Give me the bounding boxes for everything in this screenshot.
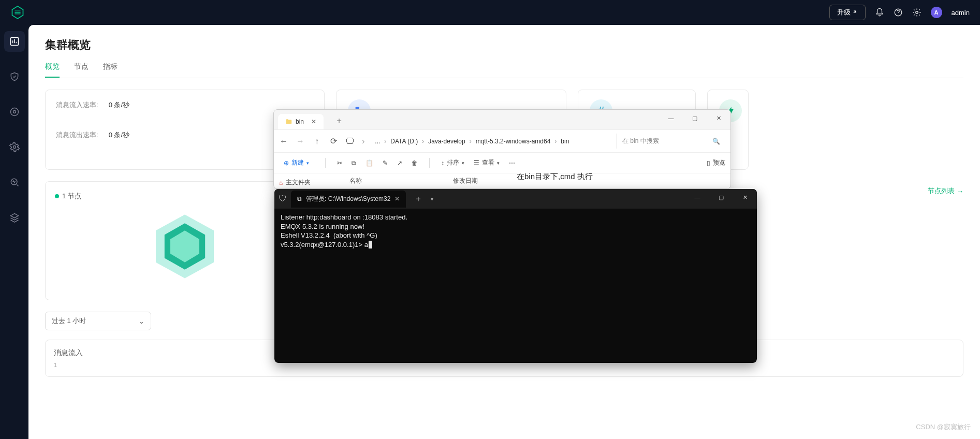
rate-out-value: 0 条/秒 [109,130,129,140]
terminal-maximize-button[interactable]: ▢ [709,189,733,206]
view-button[interactable]: ☰查看▾ [474,158,500,167]
tabs: 概览 节点 指标 [45,62,963,78]
sidebar-item-diagnose[interactable] [4,172,25,193]
svg-point-7 [10,108,18,116]
terminal-output[interactable]: Listener http:dashboard on :18083 starte… [274,209,757,253]
gear-icon[interactable] [912,8,922,17]
stack-icon [9,212,20,223]
search-pulse-icon [9,177,20,187]
paste-button[interactable]: 📋 [365,159,373,167]
paste-icon: 📋 [365,159,373,167]
svg-point-9 [13,146,16,149]
view-node-list-link[interactable]: 节点列表 → [928,186,963,196]
preview-button[interactable]: ▯预览 [707,158,725,167]
rename-button[interactable]: ✎ [383,159,388,167]
user-avatar[interactable]: A [931,7,942,18]
rename-icon: ✎ [383,159,388,167]
nav-refresh-button[interactable]: ⟳ [329,136,338,146]
sidebar-item-integration[interactable] [4,101,25,122]
home-icon: ⌂ [279,179,283,186]
topbar: 升级 A admin [0,0,980,25]
sidebar-item-config[interactable] [4,137,25,157]
flow-icon [9,107,20,117]
folder-icon [285,118,292,125]
terminal-dropdown-button[interactable]: ▾ [431,196,433,202]
tab-close-icon[interactable]: ✕ [311,118,316,125]
copy-button[interactable]: ⧉ [352,159,356,167]
terminal-close-button[interactable]: ✕ [733,189,757,206]
plus-circle-icon: ⊕ [284,159,289,167]
new-button[interactable]: ⊕新建▾ [279,156,314,170]
tab-close-icon[interactable]: ✕ [394,195,400,202]
page-title: 集群概览 [45,37,963,53]
window-maximize-button[interactable]: ▢ [683,110,707,126]
terminal-minimize-button[interactable]: — [685,189,709,206]
cluster-hexagon-icon [149,210,221,283]
node-badge: 1 节点 [55,192,81,201]
monitor-icon[interactable]: 🖵 [345,137,355,146]
sidebar-item-security[interactable] [4,66,25,87]
panel-icon: ▯ [707,159,710,167]
admin-name[interactable]: admin [952,9,970,17]
tab-overview[interactable]: 概览 [45,62,60,78]
chevron-down-icon: ▾ [306,160,309,166]
status-dot-icon [55,194,59,198]
chevron-down-icon: ⌄ [139,317,144,325]
terminal-window: 🛡 ⧉ 管理员: C:\Windows\System32 ✕ ＋ ▾ — ▢ ✕… [274,189,757,363]
list-icon: ☰ [474,159,479,167]
col-header-date[interactable]: 修改日期 [445,173,486,189]
sidebar-item-extensions[interactable] [4,207,25,228]
dashboard-icon [9,36,20,47]
external-link-icon [853,10,858,15]
home-folder-link[interactable]: ⌂主文件夹 [274,173,341,189]
col-header-name[interactable]: 名称 [341,173,445,189]
sidebar [0,25,28,439]
upgrade-label: 升级 [837,8,851,17]
nav-up-button[interactable]: ↑ [312,137,321,146]
search-icon: 🔍 [712,138,720,145]
time-range-select[interactable]: 过去 1 小时⌄ [45,312,151,330]
shield-icon [9,71,20,82]
explorer-search-input[interactable]: 在 bin 中搜索🔍 [617,134,725,149]
bell-icon[interactable] [875,8,884,17]
delete-button[interactable]: 🗑 [412,159,418,167]
nav-back-button[interactable]: ← [279,137,288,146]
rate-in-label: 消息流入速率: [56,100,98,110]
share-icon: ↗ [397,159,402,167]
copy-icon: ⧉ [352,159,356,167]
sidebar-item-dashboard[interactable] [4,31,25,52]
arrow-right-icon: → [957,187,963,195]
rate-in-value: 0 条/秒 [109,100,129,110]
svg-point-8 [13,111,16,113]
cog-icon [9,142,20,152]
watermark: CSDN @寂寞旅行 [916,422,971,432]
scissors-icon: ✂ [337,159,342,167]
tab-nodes[interactable]: 节点 [74,62,89,78]
cursor-icon [369,241,372,248]
terminal-tab[interactable]: ⧉ 管理员: C:\Windows\System32 ✕ [291,191,406,208]
emqx-logo [10,5,25,20]
svg-point-5 [915,11,918,14]
cut-button[interactable]: ✂ [337,159,342,167]
breadcrumb[interactable]: ...› DATA (D:)› Java-develop› mqtt-5.3.2… [372,138,609,145]
share-button[interactable]: ↗ [397,159,402,167]
terminal-new-tab-button[interactable]: ＋ [410,194,427,204]
tab-metrics[interactable]: 指标 [103,62,118,78]
file-explorer-window: bin ✕ ＋ — ▢ ✕ ← → ↑ ⟳ 🖵 › ...› DATA (D:)… [273,109,731,189]
sort-button[interactable]: ↕排序▾ [441,158,464,167]
upgrade-button[interactable]: 升级 [829,5,866,20]
explorer-tab[interactable]: bin ✕ [278,114,324,129]
cmd-icon: ⧉ [297,195,302,202]
window-close-button[interactable]: ✕ [707,110,730,126]
rate-out-label: 消息流出速率: [56,130,98,140]
more-button[interactable]: ⋯ [509,159,515,167]
nav-forward-button[interactable]: → [296,137,305,146]
new-tab-button[interactable]: ＋ [330,112,348,129]
help-icon[interactable] [894,8,903,17]
sort-icon: ↕ [441,159,444,167]
shield-icon: 🛡 [279,194,287,203]
annotation-text: 在bin目录下,cmd 执行 [517,172,593,182]
window-minimize-button[interactable]: — [659,110,683,126]
trash-icon: 🗑 [412,159,418,167]
